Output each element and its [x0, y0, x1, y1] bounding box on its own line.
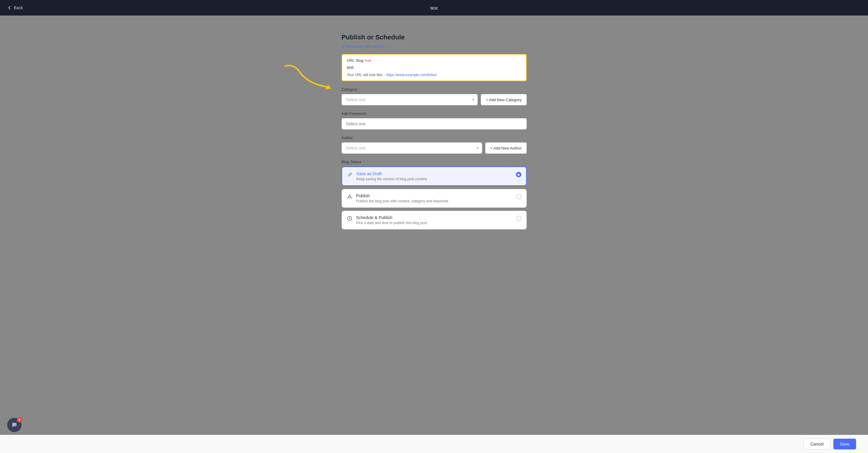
author-select[interactable]: Select one	[342, 142, 483, 154]
draft-radio	[516, 172, 521, 177]
schedule-desc: Pick a date and time to publish this blo…	[356, 221, 427, 225]
topbar-title: test	[430, 5, 437, 10]
chat-widget[interactable]: 8	[7, 418, 22, 432]
author-row: Select one ▾ + Add New Author	[342, 142, 527, 154]
url-slug-input[interactable]	[347, 64, 521, 70]
cancel-button[interactable]: Cancel	[804, 439, 830, 449]
category-select-wrapper: Select one ▾	[342, 94, 478, 105]
author-group: Author Select one ▾ + Add New Author	[342, 135, 527, 154]
main-content: Publish or Schedule Blog post SEO detail…	[0, 15, 868, 453]
category-select[interactable]: Select one	[342, 94, 478, 105]
schedule-radio	[516, 216, 522, 221]
status-option-draft[interactable]: Save as Draft Keep saving the version of…	[342, 166, 527, 186]
publish-radio	[516, 194, 522, 199]
url-slug-required-star: true	[365, 58, 371, 63]
page-heading: Publish or Schedule	[342, 33, 527, 41]
keywords-label: Add Keywords	[342, 111, 527, 116]
schedule-name: Schedule & Publish	[356, 215, 427, 220]
keywords-input[interactable]	[342, 118, 527, 130]
status-option-publish[interactable]: Publish Publish the blog post with conte…	[342, 189, 527, 208]
form-footer: Cancel Save	[0, 435, 868, 453]
back-button[interactable]: Back	[7, 5, 23, 10]
chat-badge: 8	[17, 417, 22, 423]
chat-icon	[11, 422, 18, 428]
pencil-icon	[342, 44, 345, 48]
draft-icon	[347, 171, 353, 177]
status-option-schedule[interactable]: Schedule & Publish Pick a date and time …	[342, 211, 527, 229]
topbar: Back test	[0, 0, 868, 15]
url-preview: Your URL will look like: - https://www.e…	[347, 73, 521, 77]
author-select-wrapper: Select one ▾	[342, 142, 483, 154]
draft-desc: Keep saving the version of blog post con…	[356, 177, 427, 181]
category-required-star: *	[358, 87, 360, 92]
draft-name: Save as Draft	[356, 171, 427, 176]
category-group: Category * Select one ▾ + Add New Catego…	[342, 87, 527, 105]
arrow-annotation	[276, 60, 345, 102]
svg-marker-0	[325, 85, 331, 90]
seo-link[interactable]: Blog post SEO details	[342, 44, 527, 48]
category-row: Select one ▾ + Add New Category	[342, 94, 527, 105]
blog-status-label: Blog Status *	[342, 160, 527, 164]
blog-status-required-star: *	[363, 160, 364, 164]
url-slug-label: URL Slug true	[347, 58, 521, 63]
category-label: Category *	[342, 87, 527, 92]
publish-desc: Publish the blog post with content, cate…	[356, 199, 448, 203]
save-button[interactable]: Save	[833, 439, 856, 449]
back-arrow-icon	[7, 5, 12, 10]
schedule-icon	[347, 216, 353, 221]
add-author-button[interactable]: + Add New Author	[485, 142, 526, 154]
publish-name: Publish	[356, 193, 448, 198]
form-container: Publish or Schedule Blog post SEO detail…	[342, 33, 527, 429]
publish-icon	[347, 194, 353, 200]
keywords-group: Add Keywords	[342, 111, 527, 130]
url-slug-section: URL Slug true Your URL will look like: -…	[342, 54, 527, 81]
add-category-button[interactable]: + Add New Category	[481, 94, 527, 105]
seo-link-label: Blog post SEO details	[347, 44, 384, 48]
url-preview-link[interactable]: https://www.example.com/b/test	[386, 73, 437, 77]
blog-status-group: Blog Status * Save as Draft Keep saving …	[342, 160, 527, 229]
back-label: Back	[14, 5, 23, 10]
author-label: Author	[342, 135, 527, 140]
